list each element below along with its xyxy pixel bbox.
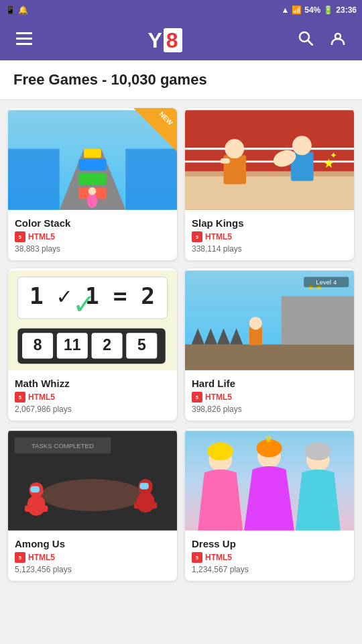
svg-point-13 [88, 187, 96, 195]
svg-line-4 [308, 41, 313, 46]
svg-text:Level 4: Level 4 [316, 278, 337, 286]
game-thumbnail-slap-kings: ★ ✦ [185, 108, 354, 212]
svg-text:2: 2 [103, 336, 111, 354]
html5-icon-math-whizz: 5 [15, 392, 25, 402]
profile-button[interactable] [324, 31, 351, 50]
html5-icon-dress-up: 5 [192, 552, 202, 563]
game-tag-color-stack: 5 HTML5 [15, 231, 170, 242]
game-thumbnail-hard-life: ★★ Level 4 [185, 268, 354, 372]
html5-icon-among-us: 5 [15, 552, 25, 563]
game-card-among-us[interactable]: TASKS COMPLETED [8, 429, 177, 581]
logo[interactable]: Y8 [38, 28, 292, 53]
game-title-math-whizz: Math Whizz [15, 378, 170, 389]
game-plays-color-stack: 38,883 plays [15, 244, 170, 254]
game-tag-slap-kings: 5 HTML5 [192, 231, 347, 242]
game-card-hard-life[interactable]: ★★ Level 4 Hard Life 5 HTML5 398,826 pla… [185, 268, 354, 421]
svg-text:✓: ✓ [72, 288, 96, 320]
tag-label-dress-up: HTML5 [205, 553, 232, 562]
status-bar: 📱 🔔 ▲ 📶 54% 🔋 23:36 [0, 0, 362, 20]
tag-label-hard-life: HTML5 [205, 392, 232, 402]
game-plays-hard-life: 398,826 plays [192, 405, 347, 414]
svg-rect-10 [78, 159, 106, 170]
battery-level: 54% [304, 5, 320, 15]
game-title-color-stack: Color Stack [15, 217, 170, 229]
svg-rect-2 [16, 43, 32, 45]
games-grid: NEW Color Stack 5 HTML5 38,883 plays [0, 100, 362, 589]
game-thumbnail-color-stack: NEW [8, 108, 177, 212]
game-info-math-whizz: Math Whizz 5 HTML5 2,067,986 plays [8, 372, 177, 421]
game-card-color-stack[interactable]: NEW Color Stack 5 HTML5 38,883 plays [8, 108, 177, 260]
tag-label-color-stack: HTML5 [28, 232, 55, 241]
svg-rect-49 [249, 327, 262, 345]
game-plays-slap-kings: 338,114 plays [192, 244, 347, 254]
wifi-icon: ▲ [281, 5, 289, 15]
notification-icon: 🔔 [18, 5, 28, 15]
game-title-among-us: Among Us [15, 538, 170, 549]
game-plays-among-us: 5,123,456 plays [15, 565, 170, 574]
svg-text:8: 8 [34, 336, 42, 354]
game-thumbnail-math-whizz: 1 ✓ 1 = 2 ✓ 8 11 2 5 [8, 268, 177, 372]
svg-rect-66 [134, 502, 143, 509]
svg-rect-23 [221, 158, 230, 164]
game-thumbnail-among-us: TASKS COMPLETED [8, 429, 177, 533]
html5-icon-slap-kings: 5 [192, 231, 202, 242]
status-right: ▲ 📶 54% 🔋 23:36 [281, 5, 357, 15]
svg-text:TASKS COMPLETED: TASKS COMPLETED [32, 442, 94, 449]
svg-rect-61 [25, 505, 34, 512]
battery-icon: 🔋 [323, 5, 333, 15]
svg-rect-11 [84, 149, 101, 158]
svg-rect-9 [78, 173, 106, 184]
svg-point-25 [292, 136, 312, 156]
svg-rect-1 [16, 38, 32, 40]
svg-rect-19 [185, 174, 354, 210]
svg-point-50 [249, 317, 262, 329]
menu-button[interactable] [11, 32, 38, 49]
svg-text:♛: ♛ [265, 434, 273, 444]
logo-y: Y [147, 28, 163, 52]
game-title-dress-up: Dress Up [192, 538, 347, 549]
logo-8: 8 [164, 28, 182, 52]
game-thumbnail-dress-up: ♛ [185, 429, 354, 533]
svg-point-72 [208, 442, 233, 460]
game-info-color-stack: Color Stack 5 HTML5 38,883 plays [8, 212, 177, 260]
svg-point-57 [41, 479, 143, 511]
svg-rect-0 [16, 32, 32, 34]
clock: 23:36 [336, 5, 357, 15]
svg-rect-15 [125, 149, 177, 210]
svg-rect-43 [185, 344, 354, 370]
game-tag-dress-up: 5 HTML5 [192, 552, 347, 563]
svg-rect-67 [148, 502, 157, 509]
svg-rect-14 [8, 149, 60, 210]
svg-point-74 [305, 442, 330, 460]
tag-label-among-us: HTML5 [28, 553, 55, 562]
svg-text:11: 11 [64, 336, 81, 354]
game-info-among-us: Among Us 5 HTML5 5,123,456 plays [8, 533, 177, 581]
game-title-slap-kings: Slap Kings [192, 217, 347, 229]
tag-label-slap-kings: HTML5 [205, 232, 232, 241]
sim-icon: 📱 [5, 5, 15, 15]
game-card-dress-up[interactable]: ♛ Dress Up 5 HTML5 1,234,567 plays [185, 429, 354, 581]
game-title-hard-life: Hard Life [192, 378, 347, 389]
html5-icon-color-stack: 5 [15, 231, 25, 242]
status-left: 📱 🔔 [5, 5, 28, 15]
game-info-hard-life: Hard Life 5 HTML5 398,826 plays [185, 372, 354, 421]
svg-rect-20 [185, 171, 354, 176]
svg-rect-62 [39, 505, 48, 512]
search-button[interactable] [292, 31, 319, 50]
game-card-slap-kings[interactable]: ★ ✦ Slap Kings 5 HTML5 338,114 plays [185, 108, 354, 260]
page-title-section: Free Games - 10,030 games [0, 60, 362, 100]
svg-rect-60 [31, 486, 40, 493]
game-plays-math-whizz: 2,067,986 plays [15, 405, 170, 414]
game-info-slap-kings: Slap Kings 5 HTML5 338,114 plays [185, 212, 354, 260]
svg-rect-65 [139, 483, 148, 490]
svg-rect-44 [282, 297, 354, 345]
svg-text:5: 5 [137, 336, 146, 354]
game-card-math-whizz[interactable]: 1 ✓ 1 = 2 ✓ 8 11 2 5 Math Whizz 5 HTML5 [8, 268, 177, 421]
game-tag-math-whizz: 5 HTML5 [15, 392, 170, 402]
page-title: Free Games - 10,030 games [13, 71, 349, 89]
svg-point-22 [225, 139, 244, 158]
game-tag-hard-life: 5 HTML5 [192, 392, 347, 402]
svg-text:✦: ✦ [330, 150, 337, 160]
html5-icon-hard-life: 5 [192, 392, 202, 402]
header: Y8 [0, 20, 362, 60]
